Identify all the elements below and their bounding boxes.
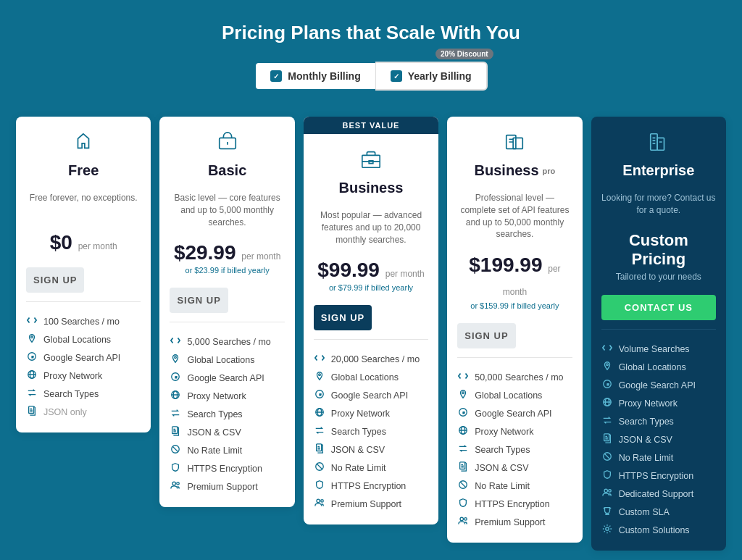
plan-name: Enterprise bbox=[622, 162, 694, 179]
feature-label: HTTPS Encryption bbox=[475, 499, 550, 509]
feature-icon bbox=[457, 516, 469, 528]
price-sub: Tailored to your needs bbox=[601, 272, 716, 282]
feature-item: Premium Support bbox=[314, 495, 428, 513]
feature-icon bbox=[601, 343, 613, 355]
plan-name: Basic bbox=[208, 162, 246, 179]
svg-point-0 bbox=[31, 336, 33, 338]
feature-icon bbox=[601, 433, 613, 446]
plan-card-business: BEST VALUEBusinessMost popular — advance… bbox=[304, 117, 438, 525]
feature-icon bbox=[314, 461, 325, 474]
feature-item: Global Locations bbox=[601, 358, 716, 376]
svg-point-32 bbox=[462, 392, 464, 394]
feature-item: Global Locations bbox=[314, 368, 428, 386]
feature-item: HTTPS Encryption bbox=[457, 495, 572, 513]
plan-header: Basic bbox=[159, 117, 294, 186]
feature-item: Google Search API bbox=[26, 348, 141, 367]
plan-card-business_pro: BusinessproProfessional level — complete… bbox=[447, 117, 582, 543]
feature-icon bbox=[170, 408, 181, 420]
plan-icon bbox=[72, 131, 94, 158]
feature-icon bbox=[601, 469, 613, 482]
feature-item: Custom Solutions bbox=[601, 521, 716, 539]
feature-item: JSON & CSV bbox=[170, 423, 284, 441]
price-main: $29.99 per month bbox=[170, 241, 284, 264]
feature-icon bbox=[601, 415, 613, 427]
price-yearly: or $79.99 if billed yearly bbox=[314, 283, 428, 292]
feature-icon bbox=[601, 506, 613, 518]
feature-item: Proxy Network bbox=[170, 387, 284, 405]
feature-icon bbox=[170, 480, 181, 493]
feature-label: Proxy Network bbox=[619, 398, 678, 409]
feature-item: Google Search API bbox=[601, 376, 716, 394]
feature-label: Global Locations bbox=[619, 362, 686, 372]
signup-button[interactable]: SIGN UP bbox=[314, 305, 372, 330]
feature-label: HTTPS Encryption bbox=[187, 464, 262, 474]
signup-button[interactable]: SIGN UP bbox=[26, 267, 84, 293]
monthly-billing-option[interactable]: ✓ Monthly Billing bbox=[254, 62, 375, 91]
feature-label: No Rate Limit bbox=[619, 453, 674, 463]
divider bbox=[457, 357, 572, 358]
feature-icon bbox=[457, 407, 469, 419]
feature-icon bbox=[170, 335, 181, 348]
svg-point-27 bbox=[321, 500, 324, 503]
feature-label: JSON & CSV bbox=[619, 435, 672, 445]
plan-card-enterprise: EnterpriseLooking for more? Contact us f… bbox=[591, 117, 726, 551]
feature-label: Volume Searches bbox=[619, 344, 690, 354]
feature-item: No Rate Limit bbox=[314, 459, 428, 477]
svg-point-55 bbox=[608, 490, 611, 493]
features-list: 100 Searches / moGlobal LocationsGoogle … bbox=[16, 305, 151, 432]
plan-price: $29.99 per monthor $23.99 if billed year… bbox=[159, 234, 294, 282]
plan-icon bbox=[217, 131, 238, 158]
feature-item: Global Locations bbox=[457, 386, 572, 404]
svg-line-25 bbox=[317, 464, 322, 469]
feature-item: No Rate Limit bbox=[170, 441, 284, 459]
plan-name: Free bbox=[68, 162, 99, 179]
page-title: Pricing Plans that Scale With You bbox=[222, 22, 520, 44]
features-list: 20,000 Searches / moGlobal LocationsGoog… bbox=[304, 343, 438, 525]
feature-icon bbox=[26, 406, 38, 418]
feature-label: Search Types bbox=[619, 417, 674, 427]
feature-item: Search Types bbox=[601, 412, 716, 430]
discount-badge: 20% Discount bbox=[435, 49, 493, 59]
feature-item: Google Search API bbox=[170, 369, 284, 387]
features-list: Volume SearchesGlobal LocationsGoogle Se… bbox=[591, 333, 726, 551]
svg-rect-29 bbox=[514, 138, 523, 149]
feature-icon bbox=[314, 425, 325, 438]
feature-item: Search Types bbox=[314, 422, 428, 440]
monthly-billing-label: Monthly Billing bbox=[288, 70, 360, 82]
feature-label: Proxy Network bbox=[43, 371, 102, 381]
yearly-billing-option[interactable]: 20% Discount ✓ Yearly Billing bbox=[375, 62, 488, 91]
feature-item: Search Types bbox=[457, 440, 572, 459]
divider bbox=[170, 322, 284, 322]
signup-button[interactable]: SIGN UP bbox=[457, 323, 515, 348]
feature-label: Proxy Network bbox=[475, 427, 533, 437]
feature-label: Proxy Network bbox=[331, 409, 390, 419]
feature-label: Global Locations bbox=[43, 335, 111, 345]
billing-toggle: ✓ Monthly Billing 20% Discount ✓ Yearly … bbox=[254, 62, 487, 91]
price-custom: Custom Pricing bbox=[601, 231, 716, 269]
divider bbox=[314, 339, 428, 340]
feature-icon bbox=[601, 379, 613, 391]
feature-icon bbox=[314, 443, 325, 456]
svg-rect-42 bbox=[657, 138, 664, 150]
feature-item: Premium Support bbox=[170, 477, 284, 496]
feature-item: Premium Support bbox=[457, 513, 572, 531]
feature-item: Global Locations bbox=[170, 351, 284, 369]
feature-label: No Rate Limit bbox=[331, 463, 386, 473]
feature-icon bbox=[601, 488, 613, 500]
feature-icon bbox=[457, 425, 469, 438]
plan-header: Free bbox=[16, 117, 151, 186]
svg-point-19 bbox=[319, 374, 321, 376]
feature-icon bbox=[26, 369, 38, 382]
feature-label: 100 Searches / mo bbox=[43, 317, 120, 327]
signup-button[interactable]: SIGN UP bbox=[170, 288, 228, 313]
feature-item: Search Types bbox=[26, 385, 141, 403]
feature-item: Google Search API bbox=[314, 386, 428, 404]
feature-label: HTTPS Encryption bbox=[619, 471, 694, 481]
divider bbox=[26, 301, 141, 302]
feature-item: HTTPS Encryption bbox=[601, 467, 716, 485]
feature-icon bbox=[457, 480, 469, 492]
contact-us-button[interactable]: CONTACT US bbox=[601, 295, 716, 320]
feature-label: 20,000 Searches / mo bbox=[331, 354, 420, 364]
feature-item: 5,000 Searches / mo bbox=[170, 333, 284, 351]
plan-icon bbox=[648, 131, 670, 158]
